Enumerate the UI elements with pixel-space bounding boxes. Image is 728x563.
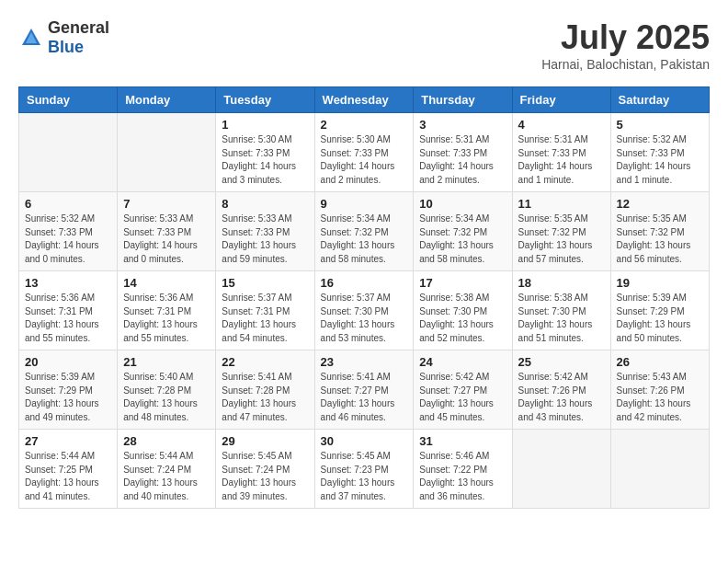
calendar-cell: 25Sunrise: 5:42 AM Sunset: 7:26 PM Dayli… (512, 350, 610, 430)
calendar-week-1: 1Sunrise: 5:30 AM Sunset: 7:33 PM Daylig… (19, 113, 710, 192)
calendar-cell (19, 113, 118, 192)
day-number: 27 (25, 434, 111, 448)
weekday-header-thursday: Thursday (414, 87, 512, 113)
page-header: General Blue July 2025 Harnai, Balochist… (18, 18, 710, 72)
day-info: Sunrise: 5:41 AM Sunset: 7:28 PM Dayligh… (222, 371, 308, 424)
calendar-cell: 30Sunrise: 5:45 AM Sunset: 7:23 PM Dayli… (314, 430, 414, 509)
weekday-row: SundayMondayTuesdayWednesdayThursdayFrid… (19, 87, 710, 113)
day-info: Sunrise: 5:41 AM Sunset: 7:27 PM Dayligh… (321, 371, 408, 424)
day-info: Sunrise: 5:33 AM Sunset: 7:33 PM Dayligh… (123, 213, 210, 266)
calendar-cell: 7Sunrise: 5:33 AM Sunset: 7:33 PM Daylig… (118, 192, 216, 271)
day-number: 23 (321, 355, 408, 369)
calendar-cell: 13Sunrise: 5:36 AM Sunset: 7:31 PM Dayli… (19, 271, 118, 350)
weekday-header-friday: Friday (512, 87, 610, 113)
day-info: Sunrise: 5:36 AM Sunset: 7:31 PM Dayligh… (25, 292, 111, 345)
logo: General Blue (18, 18, 109, 57)
day-number: 3 (419, 118, 506, 132)
day-number: 24 (419, 355, 506, 369)
calendar-cell: 29Sunrise: 5:45 AM Sunset: 7:24 PM Dayli… (216, 430, 314, 509)
month-year-title: July 2025 (541, 18, 710, 57)
logo-general: General (48, 18, 109, 37)
day-info: Sunrise: 5:45 AM Sunset: 7:24 PM Dayligh… (222, 450, 308, 503)
weekday-header-saturday: Saturday (610, 87, 709, 113)
day-number: 31 (419, 434, 506, 448)
day-number: 29 (222, 434, 308, 448)
calendar-cell: 26Sunrise: 5:43 AM Sunset: 7:26 PM Dayli… (610, 350, 709, 430)
day-info: Sunrise: 5:38 AM Sunset: 7:30 PM Dayligh… (518, 292, 605, 345)
day-number: 6 (25, 197, 111, 211)
calendar-week-2: 6Sunrise: 5:32 AM Sunset: 7:33 PM Daylig… (19, 192, 710, 271)
day-number: 25 (518, 355, 605, 369)
calendar-cell: 5Sunrise: 5:32 AM Sunset: 7:33 PM Daylig… (610, 113, 709, 192)
day-number: 26 (617, 355, 703, 369)
weekday-header-monday: Monday (118, 87, 216, 113)
day-number: 20 (25, 355, 111, 369)
day-info: Sunrise: 5:39 AM Sunset: 7:29 PM Dayligh… (25, 371, 111, 424)
day-number: 15 (222, 276, 308, 290)
calendar-body: 1Sunrise: 5:30 AM Sunset: 7:33 PM Daylig… (19, 113, 710, 509)
title-block: July 2025 Harnai, Balochistan, Pakistan (541, 18, 710, 72)
location-subtitle: Harnai, Balochistan, Pakistan (541, 57, 710, 72)
day-number: 10 (419, 197, 506, 211)
day-info: Sunrise: 5:38 AM Sunset: 7:30 PM Dayligh… (419, 292, 506, 345)
calendar-cell (512, 430, 610, 509)
day-info: Sunrise: 5:43 AM Sunset: 7:26 PM Dayligh… (617, 371, 703, 424)
day-number: 13 (25, 276, 111, 290)
logo-blue: Blue (48, 38, 84, 56)
calendar-cell: 11Sunrise: 5:35 AM Sunset: 7:32 PM Dayli… (512, 192, 610, 271)
day-info: Sunrise: 5:35 AM Sunset: 7:32 PM Dayligh… (518, 213, 605, 266)
day-number: 21 (123, 355, 210, 369)
day-info: Sunrise: 5:37 AM Sunset: 7:31 PM Dayligh… (222, 292, 308, 345)
calendar-week-4: 20Sunrise: 5:39 AM Sunset: 7:29 PM Dayli… (19, 350, 710, 430)
day-info: Sunrise: 5:44 AM Sunset: 7:25 PM Dayligh… (25, 450, 111, 503)
calendar-header: SundayMondayTuesdayWednesdayThursdayFrid… (19, 87, 710, 113)
day-info: Sunrise: 5:39 AM Sunset: 7:29 PM Dayligh… (617, 292, 703, 345)
day-number: 17 (419, 276, 506, 290)
day-info: Sunrise: 5:44 AM Sunset: 7:24 PM Dayligh… (123, 450, 210, 503)
calendar-cell: 22Sunrise: 5:41 AM Sunset: 7:28 PM Dayli… (216, 350, 314, 430)
calendar-cell: 18Sunrise: 5:38 AM Sunset: 7:30 PM Dayli… (512, 271, 610, 350)
calendar-cell: 24Sunrise: 5:42 AM Sunset: 7:27 PM Dayli… (414, 350, 512, 430)
calendar-cell: 3Sunrise: 5:31 AM Sunset: 7:33 PM Daylig… (414, 113, 512, 192)
day-info: Sunrise: 5:46 AM Sunset: 7:22 PM Dayligh… (419, 450, 506, 503)
day-number: 22 (222, 355, 308, 369)
calendar-cell: 31Sunrise: 5:46 AM Sunset: 7:22 PM Dayli… (414, 430, 512, 509)
calendar-cell: 15Sunrise: 5:37 AM Sunset: 7:31 PM Dayli… (216, 271, 314, 350)
day-info: Sunrise: 5:37 AM Sunset: 7:30 PM Dayligh… (321, 292, 408, 345)
day-info: Sunrise: 5:30 AM Sunset: 7:33 PM Dayligh… (321, 133, 408, 187)
calendar-cell: 12Sunrise: 5:35 AM Sunset: 7:32 PM Dayli… (610, 192, 709, 271)
calendar-cell: 16Sunrise: 5:37 AM Sunset: 7:30 PM Dayli… (314, 271, 414, 350)
day-number: 5 (617, 118, 703, 132)
day-number: 18 (518, 276, 605, 290)
calendar-cell: 14Sunrise: 5:36 AM Sunset: 7:31 PM Dayli… (118, 271, 216, 350)
calendar-cell: 2Sunrise: 5:30 AM Sunset: 7:33 PM Daylig… (314, 113, 414, 192)
day-info: Sunrise: 5:32 AM Sunset: 7:33 PM Dayligh… (617, 133, 703, 187)
calendar-cell (610, 430, 709, 509)
day-number: 28 (123, 434, 210, 448)
day-info: Sunrise: 5:33 AM Sunset: 7:33 PM Dayligh… (222, 213, 308, 266)
calendar-week-5: 27Sunrise: 5:44 AM Sunset: 7:25 PM Dayli… (19, 430, 710, 509)
calendar-week-3: 13Sunrise: 5:36 AM Sunset: 7:31 PM Dayli… (19, 271, 710, 350)
calendar-cell: 28Sunrise: 5:44 AM Sunset: 7:24 PM Dayli… (118, 430, 216, 509)
weekday-header-tuesday: Tuesday (216, 87, 314, 113)
day-info: Sunrise: 5:42 AM Sunset: 7:26 PM Dayligh… (518, 371, 605, 424)
day-info: Sunrise: 5:30 AM Sunset: 7:33 PM Dayligh… (222, 133, 308, 187)
calendar-cell: 21Sunrise: 5:40 AM Sunset: 7:28 PM Dayli… (118, 350, 216, 430)
day-number: 7 (123, 197, 210, 211)
calendar-cell: 20Sunrise: 5:39 AM Sunset: 7:29 PM Dayli… (19, 350, 118, 430)
day-number: 30 (321, 434, 408, 448)
day-info: Sunrise: 5:35 AM Sunset: 7:32 PM Dayligh… (617, 213, 703, 266)
day-number: 2 (321, 118, 408, 132)
day-info: Sunrise: 5:45 AM Sunset: 7:23 PM Dayligh… (321, 450, 408, 503)
day-number: 12 (617, 197, 703, 211)
day-number: 8 (222, 197, 308, 211)
calendar-cell: 6Sunrise: 5:32 AM Sunset: 7:33 PM Daylig… (19, 192, 118, 271)
day-number: 4 (518, 118, 605, 132)
calendar-cell: 10Sunrise: 5:34 AM Sunset: 7:32 PM Dayli… (414, 192, 512, 271)
day-number: 11 (518, 197, 605, 211)
calendar-cell: 23Sunrise: 5:41 AM Sunset: 7:27 PM Dayli… (314, 350, 414, 430)
day-number: 1 (222, 118, 308, 132)
calendar-cell: 4Sunrise: 5:31 AM Sunset: 7:33 PM Daylig… (512, 113, 610, 192)
calendar-cell (118, 113, 216, 192)
day-info: Sunrise: 5:32 AM Sunset: 7:33 PM Dayligh… (25, 213, 111, 266)
